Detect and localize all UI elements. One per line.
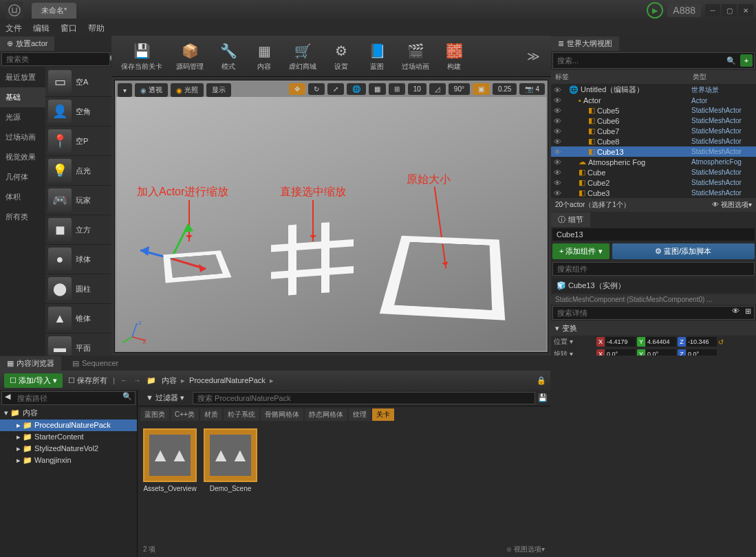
toolbar-button[interactable]: ⚙设置 <box>325 40 358 73</box>
vp-scale-icon[interactable]: ⤢ <box>327 83 344 95</box>
source-folder[interactable]: ▸ 📁 StylizedNatureVol2 <box>0 443 137 455</box>
transform-section-header[interactable]: ▾ 变换 <box>551 321 756 336</box>
save-search-icon[interactable]: 💾 <box>538 393 548 402</box>
details-tab[interactable]: ⓘ细节 <box>551 212 590 227</box>
search-components-input[interactable] <box>553 263 754 275</box>
outliner-row[interactable]: 👁◧ Cube13StaticMeshActor <box>551 146 756 157</box>
source-folder[interactable]: ▸ 📁 StarterContent <box>0 431 137 443</box>
save-all-button[interactable]: ☐ 保存所有 <box>68 375 107 386</box>
pos-x-input[interactable] <box>605 337 636 347</box>
toolbar-button[interactable]: 📦源码管理 <box>171 40 209 73</box>
actor-item[interactable]: 📍空P <box>45 127 111 156</box>
menu-file[interactable]: 文件 <box>6 23 22 34</box>
rot-z-input[interactable] <box>687 349 717 356</box>
actor-original[interactable] <box>380 236 506 320</box>
toolbar-button[interactable]: 💾保存当前关卡 <box>116 40 168 73</box>
vp-surface-icon[interactable]: ▦ <box>369 83 386 95</box>
tree-root[interactable]: ▾ 📁 内容 <box>0 406 137 419</box>
filter-icon[interactable]: 👁 <box>729 307 742 319</box>
filter-tag[interactable]: 关卡 <box>372 408 394 421</box>
vp-grid-snap[interactable]: 10 <box>408 83 426 95</box>
place-actor-tab[interactable]: ⊕放置actor <box>0 36 54 51</box>
content-browser-tab[interactable]: ▦内容浏览器 <box>0 356 61 371</box>
actor-item[interactable]: ⬤圆柱 <box>45 274 111 304</box>
category-item[interactable]: 几何体 <box>0 167 45 187</box>
actor-item[interactable]: ◼立方 <box>45 215 111 245</box>
viewport[interactable]: 加入Actor进行缩放 直接选中缩放 原始大小 <box>116 97 546 351</box>
source-control-icon[interactable]: ▶ <box>647 2 663 19</box>
filter-button[interactable]: ▼ 过滤器 ▾ <box>140 391 190 404</box>
actor-grid[interactable] <box>268 221 364 317</box>
minimize-button[interactable]: ─ <box>705 4 720 17</box>
sources-search-input[interactable] <box>13 392 120 404</box>
vp-menu-button[interactable]: ▾ <box>118 83 132 97</box>
visibility-icon[interactable]: 👁 <box>551 179 563 187</box>
category-item[interactable]: 光源 <box>0 107 45 127</box>
outliner-row[interactable]: 👁◧ Cube7StaticMeshActor <box>551 126 756 136</box>
outliner-row[interactable]: 👁◧ Cube2StaticMeshActor <box>551 177 756 188</box>
visibility-icon[interactable]: 👁 <box>551 189 563 197</box>
filter-tag[interactable]: 材质 <box>200 408 222 421</box>
add-import-button[interactable]: ☐ 添加/导入 ▾ <box>4 373 63 388</box>
visibility-icon[interactable]: 👁 <box>551 96 563 105</box>
toolbar-button[interactable]: 🧱构建 <box>438 40 471 73</box>
pos-z-input[interactable] <box>687 337 717 347</box>
toolbar-button[interactable]: 🎬过场动画 <box>396 40 435 73</box>
folder-icon[interactable]: 📁 <box>147 376 156 385</box>
menu-edit[interactable]: 编辑 <box>33 23 50 34</box>
outliner-tab[interactable]: ≣世界大纲视图 <box>551 36 619 51</box>
outliner-row[interactable]: 👁☁ Atmospheric FogAtmosphericFog <box>551 157 756 167</box>
category-item[interactable]: 体积 <box>0 187 45 207</box>
breadcrumb-part[interactable]: 内容 <box>162 375 177 386</box>
actor-item[interactable]: 🎮玩家 <box>45 186 111 215</box>
vp-rotate-icon[interactable]: ↻ <box>308 83 325 95</box>
visibility-icon[interactable]: 👁 <box>551 86 563 94</box>
lock-icon[interactable]: 🔒 <box>537 376 546 385</box>
toolbar-overflow[interactable]: ≫ <box>520 49 547 64</box>
vp-angle-snap[interactable]: 90° <box>449 83 470 95</box>
pos-y-input[interactable] <box>646 337 676 347</box>
visibility-icon[interactable]: 👁 <box>551 148 563 156</box>
blueprint-button[interactable]: ⚙ 蓝图/添加脚本 <box>612 243 755 259</box>
outliner-row[interactable]: 👁◧ Cube8StaticMeshActor <box>551 136 756 146</box>
close-button[interactable]: ✕ <box>738 4 753 17</box>
sequencer-tab[interactable]: ▤Sequencer <box>65 357 125 370</box>
vp-perspective-button[interactable]: ◉透视 <box>135 83 168 97</box>
toolbar-button[interactable]: ▦内容 <box>248 40 281 73</box>
rot-x-input[interactable] <box>605 349 636 356</box>
vp-scale-snap-icon[interactable]: ▣ <box>473 83 490 95</box>
outliner-row[interactable]: 👁◧ Cube5StaticMeshActor <box>551 105 756 116</box>
toolbar-button[interactable]: 🛒虚幻商城 <box>283 40 322 73</box>
vp-lit-button[interactable]: ◉光照 <box>171 83 204 97</box>
search-details-input[interactable] <box>553 307 729 319</box>
actor-item[interactable]: 👤空角 <box>45 97 111 127</box>
filter-search-input[interactable] <box>193 392 535 404</box>
nav-back-icon[interactable]: ← <box>120 376 128 384</box>
actor-cube13[interactable] <box>163 250 231 283</box>
filter-tag[interactable]: 骨骼网格体 <box>261 408 303 421</box>
filter-tag[interactable]: 静态网格体 <box>305 408 347 421</box>
add-component-button[interactable]: + 添加组件 ▾ <box>552 243 609 259</box>
vp-camera-speed[interactable]: 📷 4 <box>519 83 545 95</box>
actor-item[interactable]: 💡点光 <box>45 156 111 186</box>
rot-y-input[interactable] <box>646 349 676 356</box>
component-instance[interactable]: 🧊 Cube13（实例） <box>552 278 755 293</box>
maximize-button[interactable]: ▢ <box>722 4 737 17</box>
toolbar-button[interactable]: 📘蓝图 <box>360 40 393 73</box>
actor-item[interactable]: ▬平面 <box>45 334 111 356</box>
vp-world-icon[interactable]: 🌐 <box>347 83 366 95</box>
add-actor-button[interactable]: + <box>740 54 753 67</box>
filter-tag[interactable]: 纹理 <box>349 408 371 421</box>
search-icon[interactable]: 🔍 <box>724 56 739 65</box>
document-tab[interactable]: 未命名* <box>32 3 76 19</box>
filter-tag[interactable]: C++类 <box>171 408 199 421</box>
category-item[interactable]: 过场动画 <box>0 127 45 147</box>
toolbar-button[interactable]: 🔧模式 <box>212 40 245 73</box>
reset-icon[interactable]: ↺ <box>718 338 724 346</box>
menu-window[interactable]: 窗口 <box>61 23 77 34</box>
outliner-row[interactable]: 👁◧ Cube6StaticMeshActor <box>551 116 756 126</box>
outliner-row[interactable]: 👁🌐 Untitled（编辑器）世界场景 <box>551 84 756 96</box>
vp-translate-icon[interactable]: ✥ <box>289 83 305 95</box>
actor-item[interactable]: ▭空A <box>45 67 111 97</box>
source-folder[interactable]: ▸ 📁 ProceduralNaturePack <box>0 419 137 431</box>
